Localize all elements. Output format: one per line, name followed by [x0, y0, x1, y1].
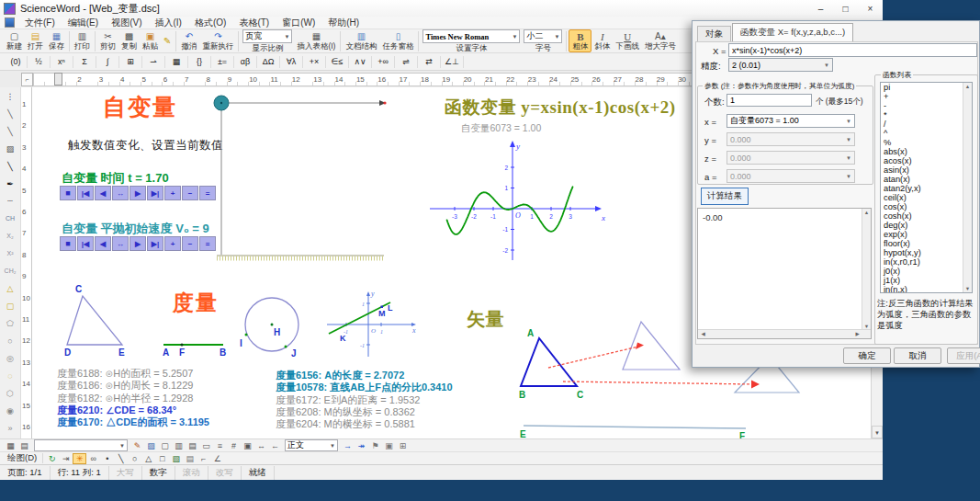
function-item[interactable]: deg(x)	[881, 221, 972, 230]
scroll-down-icon[interactable]: ▼	[963, 286, 972, 291]
precision-combo[interactable]: 2 (0.01)▼	[728, 58, 833, 72]
scroll-up-icon[interactable]: ▲	[963, 84, 972, 89]
pen-icon[interactable]: ✒	[1, 175, 19, 192]
set-relations-button[interactable]: ∈≤	[327, 55, 347, 69]
control-toggle-button[interactable]: ↔	[112, 186, 129, 200]
font-combo[interactable]: Times New Roman▼	[422, 29, 520, 43]
integral-button[interactable]: ∫	[97, 55, 118, 69]
ok-button[interactable]: 确定	[843, 347, 891, 364]
param-combo[interactable]: 0.000▼	[727, 151, 855, 165]
film-icon[interactable]: ▥	[172, 440, 186, 451]
image-tool-icon[interactable]: ▤	[183, 453, 197, 464]
draw-menu-button[interactable]: 绘图(D)	[4, 452, 40, 464]
control-forward-button[interactable]: ▶	[130, 236, 146, 251]
and-or-button[interactable]: ∧∨	[350, 55, 370, 69]
function-item[interactable]: +	[881, 92, 972, 101]
function-item[interactable]: j1(x)	[881, 276, 972, 285]
scroll-left-icon[interactable]: ◀	[699, 331, 707, 336]
ring-icon[interactable]: ◉	[1, 402, 19, 419]
x-expression-input[interactable]: x*sin(x-1)*cos(x+2)	[728, 43, 977, 57]
chem-ch-icon[interactable]: CH	[1, 210, 19, 227]
dashed-circle-icon[interactable]: ◌	[1, 367, 19, 384]
tab-function-variable[interactable]: 函数变量 X= f(x,y,z,a,b,c...)	[732, 23, 853, 41]
line-hatch-icon[interactable]: ▨	[1, 140, 19, 157]
equation-template-button[interactable]: (0)	[6, 55, 26, 69]
function-item[interactable]: atan(x)	[881, 175, 972, 184]
angle-tool-icon[interactable]: ∠	[210, 453, 224, 464]
square-shape-icon[interactable]: ▢	[1, 297, 19, 314]
function-item[interactable]: cosh(x)	[881, 211, 972, 221]
function-item[interactable]: asin(x)	[881, 165, 972, 175]
bold-button[interactable]: B粗体	[569, 29, 591, 52]
dashed-line-icon[interactable]: ┄	[1, 192, 19, 210]
menu-item[interactable]: 文件(F)	[18, 17, 62, 28]
grow-font-button[interactable]: A▴增大字号	[642, 29, 679, 52]
vector-arrows-button[interactable]: ⇄	[419, 55, 439, 69]
tab-object[interactable]: 对象	[697, 26, 731, 41]
chem-ch2-icon[interactable]: CH₂	[1, 262, 19, 279]
menu-item[interactable]: 表格(T)	[232, 17, 276, 28]
arrow-right-icon[interactable]: →	[341, 440, 355, 451]
control-stop-button[interactable]: ■	[60, 236, 76, 251]
line-tool-icon[interactable]: ╲	[114, 453, 128, 464]
line-medium-icon[interactable]: ╲	[1, 122, 19, 140]
axes-tool-icon[interactable]: ⌐	[197, 453, 210, 464]
arrow-template-button[interactable]: ⇀	[143, 55, 163, 69]
frame-tool-icon[interactable]: ▧	[169, 453, 183, 464]
indent-marker[interactable]	[54, 73, 62, 85]
ellipse-tool-icon[interactable]: ○	[128, 453, 141, 464]
table-erase-icon[interactable]: ▤	[17, 440, 31, 451]
merge-cells-icon[interactable]: ▭	[199, 440, 213, 451]
fraction-button[interactable]: ½	[28, 55, 49, 69]
space-h-icon[interactable]: ↔	[254, 440, 268, 451]
rect-tool-icon[interactable]: □	[155, 453, 169, 464]
cancel-button[interactable]: 取消	[894, 347, 941, 364]
size-combo[interactable]: 小二▼	[524, 29, 562, 43]
function-item[interactable]: abs(x)	[881, 147, 972, 156]
pen-color-icon[interactable]: ✎	[130, 440, 144, 451]
control-decrease-button[interactable]: −	[182, 186, 198, 200]
scroll-down-icon[interactable]: ▼	[872, 426, 883, 438]
point-tool-icon[interactable]: •	[100, 453, 114, 464]
function-list[interactable]: ▲ ▼ pi+-*/^%abs(x)acos(x)asin(x)atan(x)a…	[880, 82, 973, 293]
scroll-up-icon[interactable]: ▲	[862, 210, 871, 215]
window-icon[interactable]: ⊞	[396, 440, 410, 451]
copy-button[interactable]: ▩复制	[118, 29, 140, 52]
control-first-button[interactable]: |◀	[77, 186, 94, 200]
cut-button[interactable]: ✂剪切	[97, 29, 118, 52]
menu-item[interactable]: 格式(O)	[188, 17, 232, 28]
function-item[interactable]: jn(n,x)	[881, 285, 972, 293]
rotate-tool-icon[interactable]: ↻	[45, 453, 59, 464]
line-thin-icon[interactable]: ╲	[1, 105, 19, 122]
triangle-shape-icon[interactable]: △	[1, 279, 19, 297]
undo-button[interactable]: ↶撤消	[178, 29, 199, 52]
underline-button[interactable]: U下画线	[613, 29, 642, 52]
control-back-button[interactable]: ◀	[95, 186, 111, 200]
param-combo[interactable]: 0.000▼	[727, 132, 855, 146]
space-left-icon[interactable]: ←	[268, 440, 282, 451]
function-item[interactable]: pi	[881, 83, 972, 92]
benzene-icon[interactable]: ◎	[1, 349, 19, 367]
calculate-button[interactable]: 计算结果	[701, 188, 749, 205]
tool-more-icon[interactable]: »	[1, 419, 19, 437]
param-combo[interactable]: 自变量6073 = 1.00▼	[727, 114, 855, 128]
control-increase-button[interactable]: +	[164, 186, 181, 200]
menu-item[interactable]: 编辑(E)	[62, 17, 105, 28]
function-item[interactable]: acos(x)	[881, 156, 972, 165]
grid-button[interactable]: ▦	[166, 55, 186, 69]
style-combo[interactable]: ▼	[34, 439, 128, 451]
pentagon-icon[interactable]: ⬠	[1, 314, 19, 332]
redo-button[interactable]: ↷重新执行	[199, 29, 236, 52]
control-back-button[interactable]: ◀	[95, 236, 111, 251]
control-decrease-button[interactable]: −	[182, 236, 198, 251]
minimize-button[interactable]: –	[808, 0, 833, 17]
menu-item[interactable]: 帮助(H)	[321, 17, 366, 28]
result-hscrollbar[interactable]: ◀ ▶	[698, 329, 871, 338]
function-item[interactable]: ^	[881, 129, 972, 138]
vertical-ruler[interactable]: 12345678910111213141516	[20, 87, 32, 438]
bracket-button[interactable]: {}	[189, 55, 209, 69]
vector-triangle-abc[interactable]	[521, 338, 577, 386]
film2-icon[interactable]: ▤	[186, 440, 199, 451]
function-item[interactable]: exp(x)	[881, 230, 972, 239]
distribute-rows-icon[interactable]: ≡	[213, 440, 227, 451]
